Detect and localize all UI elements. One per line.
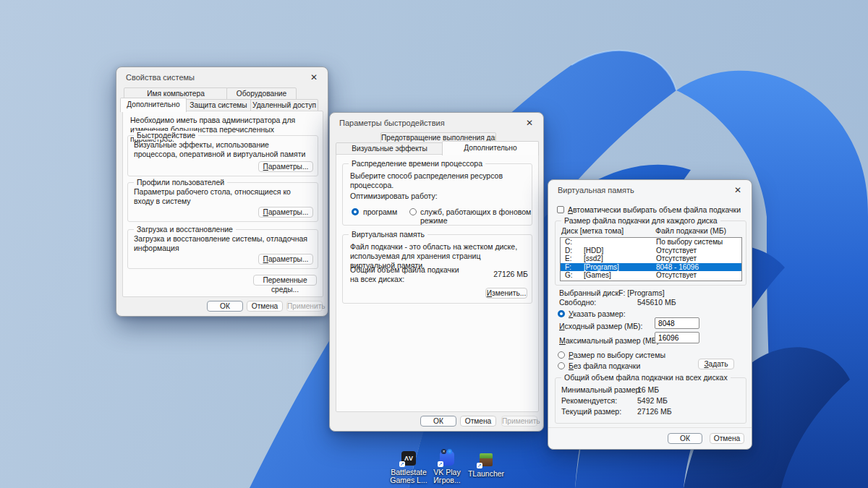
totals-row-label: Рекомендуется: <box>561 396 617 406</box>
radio-background-services[interactable] <box>409 208 417 215</box>
group-legend: Быстродействие <box>134 131 198 140</box>
group-pagefile-totals: Общий объем файла подкачки на всех диска… <box>555 377 746 424</box>
group-legend: Загрузка и восстановление <box>134 225 236 234</box>
footer-divider <box>548 427 752 428</box>
group-description: Выберите способ распределения ресурсов п… <box>350 171 527 190</box>
desktop: Свойства системы ✕ Имя компьютера Оборуд… <box>0 0 868 488</box>
set-button[interactable]: Задать <box>698 359 734 369</box>
shortcut-arrow-icon: ➚ <box>477 463 482 468</box>
tab-advanced[interactable]: Дополнительно <box>120 98 187 112</box>
drive-row[interactable]: D: [HDD] Отсутствует <box>561 247 741 255</box>
icon-label: VK Play Игров... <box>426 468 468 484</box>
titlebar[interactable]: Свойства системы ✕ <box>116 67 328 87</box>
group-virtual-memory: Виртуальная память Файл подкачки - это о… <box>342 234 532 304</box>
drive-listbox[interactable]: C: По выбору системы D: [HDD] Отсутствуе… <box>560 237 742 281</box>
titlebar[interactable]: Виртуальная память ✕ <box>548 180 752 200</box>
radio-programs-label: программ <box>363 207 397 216</box>
radio-system-managed-label: Размер по выбору системы <box>569 351 665 359</box>
group-description: Параметры рабочего стола, относящиеся ко… <box>134 187 312 206</box>
performance-settings-button[interactable]: Параметры... <box>258 161 313 172</box>
radio-custom-size[interactable] <box>558 310 565 317</box>
radio-custom-size-label: Указать размер: <box>569 309 626 318</box>
radio-no-pagefile[interactable] <box>558 362 565 369</box>
max-size-label: Максимальный размер (МБ): <box>559 336 661 346</box>
initial-size-input[interactable] <box>655 317 699 329</box>
window-virtual-memory: Виртуальная память ✕ Автоматически выбир… <box>548 179 752 450</box>
drive-row[interactable]: C: По выбору системы <box>561 238 741 247</box>
drive-row-selected[interactable]: F: [Programs] 8048 - 16096 <box>561 263 741 272</box>
totals-row-label: Минимальный размер: <box>561 385 642 395</box>
titlebar[interactable]: Параметры быстродействия ✕ <box>330 113 543 133</box>
totals-row-value: 16 МБ <box>637 385 659 395</box>
environment-variables-button[interactable]: Переменные среды... <box>253 275 317 286</box>
group-startup-recovery: Загрузка и восстановление Загрузка и вос… <box>127 229 318 269</box>
radio-system-managed[interactable] <box>558 351 565 359</box>
close-icon[interactable]: ✕ <box>524 117 535 129</box>
radio-background-services-label: служб, работающих в фоновом режиме <box>420 207 532 225</box>
group-description: Визуальные эффекты, использование процес… <box>134 140 312 159</box>
group-description: Загрузка и восстановление системы, отлад… <box>134 234 312 253</box>
ok-button[interactable]: ОК <box>668 433 702 444</box>
list-col2-header: Файл подкачки (МБ) <box>655 226 726 236</box>
drive-row[interactable]: E: [ssd2] Отсутствует <box>561 254 741 263</box>
tab-advanced[interactable]: Дополнительно <box>442 141 539 155</box>
group-user-profiles: Профили пользователей Параметры рабочего… <box>127 182 318 222</box>
free-space-value: 545610 МБ <box>637 298 676 307</box>
cancel-button[interactable]: Отмена <box>710 433 744 444</box>
window-title: Свойства системы <box>126 73 195 82</box>
totals-row-value: 5492 МБ <box>637 396 668 406</box>
auto-pagefile-checkbox[interactable] <box>557 206 564 213</box>
profiles-settings-button[interactable]: Параметры... <box>258 207 313 218</box>
desktop-icon-vk-play[interactable]: ✕ ○ ➚ VK Play Игров... <box>426 451 468 484</box>
optimize-label: Оптимизировать работу: <box>350 192 438 201</box>
drive-row[interactable]: G: [Games] Отсутствует <box>561 271 741 280</box>
window-title: Виртуальная память <box>558 186 634 194</box>
free-space-label: Свободно: <box>559 298 596 307</box>
list-col1-header: Диск [метка тома] <box>561 226 624 236</box>
desktop-icon-tlauncher[interactable]: ➚ TLauncher <box>465 453 507 478</box>
initial-size-label: Исходный размер (МБ): <box>559 322 643 331</box>
group-legend: Виртуальная память <box>349 230 427 239</box>
ok-button[interactable]: ОК <box>207 301 243 312</box>
group-legend: Размер файла подкачки для каждого диска <box>561 216 720 225</box>
cancel-button[interactable]: Отмена <box>460 416 496 427</box>
group-legend: Распределение времени процессора <box>349 159 485 168</box>
radio-no-pagefile-label: Без файла подкачки <box>569 361 640 370</box>
group-pagefile-per-disk: Размер файла подкачки для каждого диска … <box>555 221 746 286</box>
group-performance: Быстродействие Визуальные эффекты, испол… <box>127 135 318 176</box>
group-processor-scheduling: Распределение времени процессора Выберит… <box>342 163 532 226</box>
cancel-button[interactable]: Отмена <box>247 301 283 312</box>
tab-page-advanced: Необходимо иметь права администратора дл… <box>122 111 323 297</box>
startup-settings-button[interactable]: Параметры... <box>258 254 313 265</box>
pagefile-total-value: 27126 МБ <box>488 270 528 279</box>
totals-row-value: 27126 МБ <box>637 407 672 416</box>
window-system-properties: Свойства системы ✕ Имя компьютера Оборуд… <box>116 67 328 317</box>
shortcut-arrow-icon: ➚ <box>438 461 443 467</box>
totals-row-label: Текущий размер: <box>561 407 621 416</box>
max-size-input[interactable] <box>655 332 699 343</box>
change-button[interactable]: Изменить... <box>485 288 527 299</box>
ok-button[interactable]: ОК <box>420 416 456 427</box>
close-icon[interactable]: ✕ <box>308 72 320 83</box>
desktop-icon-battlestate[interactable]: ΛV ➚ Battlestate Games L... <box>388 451 430 484</box>
icon-label: Battlestate Games L... <box>388 468 430 484</box>
radio-programs[interactable] <box>352 208 359 215</box>
auto-pagefile-label: Автоматически выбирать объем файла подка… <box>568 205 741 214</box>
close-icon[interactable]: ✕ <box>732 184 744 196</box>
vk-o-badge-icon: ○ <box>447 449 452 454</box>
apply-button: Применить <box>286 301 323 312</box>
selected-disk-value: F: [Programs] <box>618 288 665 298</box>
window-title: Параметры быстродействия <box>339 119 445 127</box>
window-performance-options: Параметры быстродействия ✕ Предотвращени… <box>329 112 544 432</box>
group-legend: Общий объем файла подкачки на всех диска… <box>561 373 731 382</box>
vk-x-badge-icon: ✕ <box>441 449 446 454</box>
icon-label: TLauncher <box>465 470 507 478</box>
selected-disk-label: Выбранный диск: <box>559 288 621 298</box>
tab-page-advanced: Распределение времени процессора Выберит… <box>336 154 539 412</box>
pagefile-total-label: Общий объем файла подкачки на всех диска… <box>350 265 466 284</box>
apply-button: Применить <box>501 416 537 427</box>
group-legend: Профили пользователей <box>134 178 227 187</box>
shortcut-arrow-icon: ➚ <box>399 461 405 467</box>
